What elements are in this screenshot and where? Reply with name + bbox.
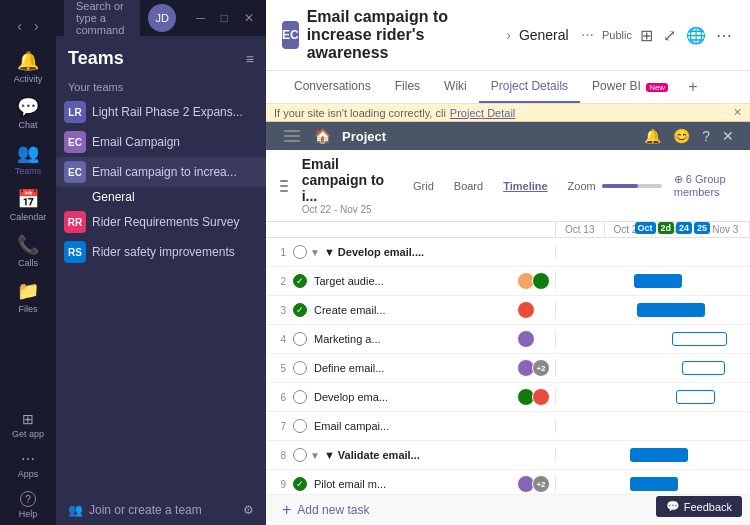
task-number: 6 [266,392,290,403]
task-check[interactable] [290,303,310,317]
nav-item-chat[interactable]: 💬 Chat [4,90,52,136]
check-circle[interactable] [293,274,307,288]
nav-forward-button[interactable]: › [30,16,43,36]
bell-icon[interactable]: 🔔 [644,128,661,144]
tab-project-details[interactable]: Project Details [479,71,580,103]
task-row[interactable]: 9 Pilot email m... +2 [266,470,750,494]
check-circle[interactable] [293,303,307,317]
task-check[interactable] [290,477,310,491]
team-name-email-top: Email Campaign [92,135,246,149]
check-circle[interactable] [293,390,307,404]
tab-powerbi[interactable]: Power BI New [580,71,680,103]
task-check[interactable] [290,448,310,462]
check-circle[interactable] [293,477,307,491]
chat-icon: 💬 [17,96,39,118]
nav-label-getapp: Get app [12,429,44,439]
header-icons: Public ⊞ ⤢ 🌐 ⋯ [602,24,734,47]
nav-item-teams[interactable]: 👥 Teams [4,136,52,182]
tab-files[interactable]: Files [383,71,432,103]
task-gantt [556,412,750,440]
team-item-email-campaign-main[interactable]: EC Email campaign to increa... ··· [56,157,266,187]
task-col: 4 Marketing a... [266,330,556,348]
assignee-avatar [517,330,535,348]
task-check[interactable] [290,390,310,404]
task-row[interactable]: 6 Develop ema... [266,383,750,412]
view-timeline[interactable]: Timeline [495,177,555,195]
nav-back-button[interactable]: ‹ [13,16,26,36]
task-name: ▼ Validate email... [320,449,530,461]
project-close-icon[interactable]: ✕ [722,128,734,144]
notification-close-icon[interactable]: ✕ [733,106,742,119]
more-options-icon[interactable]: ⋯ [714,24,734,47]
tab-conversations[interactable]: Conversations [282,71,383,103]
check-circle[interactable] [293,419,307,433]
task-row[interactable]: 7 Email campai... [266,412,750,441]
gantt-bar-outline [682,361,725,375]
channel-more-icon[interactable]: ··· [581,26,594,44]
task-number: 3 [266,305,290,316]
task-check[interactable] [290,245,310,259]
check-circle[interactable] [293,448,307,462]
expand-icon[interactable]: ▼ [310,247,320,258]
check-circle[interactable] [293,361,307,375]
check-circle[interactable] [293,245,307,259]
search-bar[interactable]: Search or type a command [64,0,140,40]
sidebar-settings-icon[interactable]: ⚙ [243,503,254,517]
task-col: 7 Email campai... [266,419,556,433]
task-row[interactable]: 3 Create email... [266,296,750,325]
task-check[interactable] [290,332,310,346]
globe-icon[interactable]: 🌐 [684,24,708,47]
nav-item-getapp[interactable]: ⊞ Get app [4,405,52,445]
hamburger-menu[interactable] [282,128,302,144]
nav-item-help[interactable]: ? Help [4,485,52,525]
notification-link[interactable]: Project Detail [450,107,515,119]
task-check[interactable] [290,361,310,375]
nav-item-calls[interactable]: 📞 Calls [4,228,52,274]
group-members-button[interactable]: ⊕ 6 Group members [674,173,738,198]
task-check[interactable] [290,274,310,288]
expand-icon[interactable]: ⤢ [661,24,678,47]
view-buttons: Grid Board Timeline [405,177,556,195]
emoji-icon[interactable]: 😊 [673,128,690,144]
task-row[interactable]: 8 ▼ ▼ Validate email... [266,441,750,470]
tab-add-button[interactable]: + [680,74,705,100]
sidebar-join-button[interactable]: 👥 Join or create a team ⚙ [56,495,266,525]
task-row[interactable]: 4 Marketing a... [266,325,750,354]
nav-label-calls: Calls [18,258,38,268]
sidebar-topbar: Search or type a command JD ─ □ ✕ [56,0,266,36]
task-row[interactable]: 1 ▼ ▼ Develop email.... [266,238,750,267]
pl-line3 [280,190,288,192]
minimize-button[interactable]: ─ [192,9,209,27]
user-avatar[interactable]: JD [148,4,176,32]
nav-item-files[interactable]: 📁 Files [4,274,52,320]
zoom-slider[interactable] [602,184,662,188]
view-board[interactable]: Board [446,177,491,195]
gantt-bar-blue [634,274,683,288]
channel-item-general[interactable]: General [56,187,266,207]
team-item-email-campaign-top[interactable]: EC Email Campaign ··· [56,127,266,157]
nav-item-activity[interactable]: 🔔 Activity [4,44,52,90]
task-row[interactable]: 5 Define email... +2 [266,354,750,383]
planner-hamburger[interactable] [278,178,290,194]
maximize-button[interactable]: □ [217,9,232,27]
expand-icon[interactable]: ▼ [310,450,320,461]
filter-icon[interactable]: ≡ [246,51,254,67]
tab-wiki[interactable]: Wiki [432,71,479,103]
task-row[interactable]: 2 Target audie... [266,267,750,296]
nav-item-apps[interactable]: ⋯ Apps [4,445,52,485]
task-number: 8 [266,450,290,461]
team-item-rider-safety[interactable]: RS Rider safety improvements ··· [56,237,266,267]
team-avatar-light-rail: LR [64,101,86,123]
feedback-button[interactable]: 💬 Feedback [656,496,742,517]
team-item-rider-req[interactable]: RR Rider Requirements Survey ··· [56,207,266,237]
view-grid[interactable]: Grid [405,177,442,195]
grid-icon[interactable]: ⊞ [638,24,655,47]
close-button[interactable]: ✕ [240,9,258,27]
team-item-light-rail[interactable]: LR Light Rail Phase 2 Expans... ··· [56,97,266,127]
help-question-icon[interactable]: ? [702,128,710,144]
home-icon[interactable]: 🏠 [310,128,334,144]
task-check[interactable] [290,419,310,433]
notification-bar: If your site isn't loading correctly, cl… [266,104,750,122]
check-circle[interactable] [293,332,307,346]
nav-item-calendar[interactable]: 📅 Calendar [4,182,52,228]
